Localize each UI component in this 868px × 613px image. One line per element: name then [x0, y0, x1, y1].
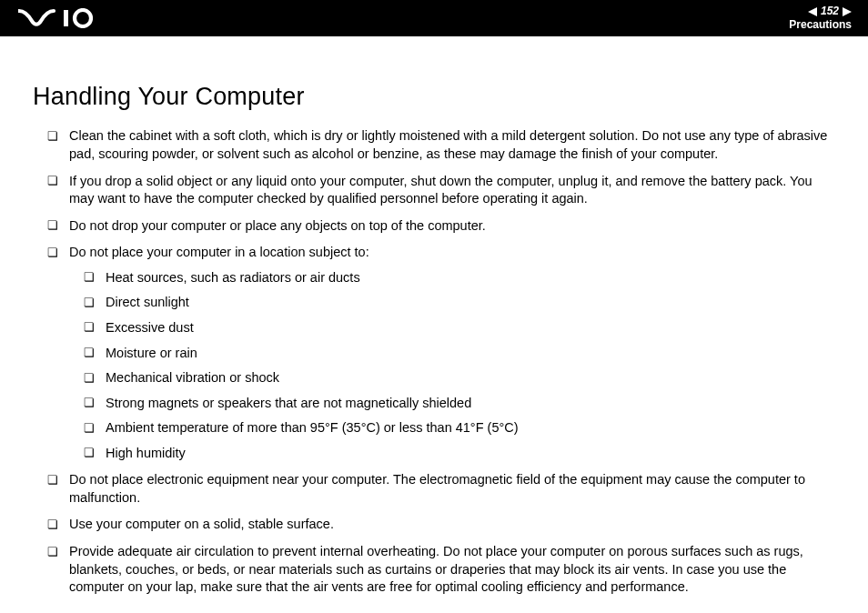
- svg-point-1: [75, 10, 91, 26]
- svg-rect-0: [64, 10, 68, 26]
- content: Handling Your Computer Clean the cabinet…: [0, 36, 868, 597]
- list-item: Ambient temperature of more than 95°F (3…: [84, 419, 835, 437]
- page-title: Handling Your Computer: [33, 80, 835, 113]
- list-item-text: Do not place your computer in a location…: [69, 245, 369, 259]
- list-item: High humidity: [84, 445, 835, 463]
- list-item: Direct sunlight: [84, 294, 835, 312]
- list-item: Clean the cabinet with a soft cloth, whi…: [47, 127, 835, 163]
- vaio-logo: [18, 8, 106, 28]
- section-name: Precautions: [789, 18, 852, 32]
- sub-list: Heat sources, such as radiators or air d…: [69, 269, 835, 463]
- list-item: Moisture or rain: [84, 345, 835, 363]
- list-item: Mechanical vibration or shock: [84, 369, 835, 387]
- list-item: Do not place your computer in a location…: [47, 244, 835, 462]
- list-item: Heat sources, such as radiators or air d…: [84, 269, 835, 287]
- list-item: If you drop a solid object or any liquid…: [47, 173, 835, 208]
- bullet-list: Clean the cabinet with a soft cloth, whi…: [33, 127, 835, 596]
- list-item: Use your computer on a solid, stable sur…: [47, 516, 835, 534]
- prev-page-icon[interactable]: [808, 7, 817, 16]
- list-item: Excessive dust: [84, 319, 835, 337]
- header-right: 152 Precautions: [789, 5, 852, 32]
- header-bar: 152 Precautions: [0, 0, 868, 36]
- page-number: 152: [821, 5, 839, 18]
- list-item: Do not place electronic equipment near y…: [47, 471, 835, 507]
- page-nav: 152: [789, 5, 852, 18]
- list-item: Strong magnets or speakers that are not …: [84, 395, 835, 413]
- next-page-icon[interactable]: [843, 7, 852, 16]
- list-item: Do not drop your computer or place any o…: [47, 217, 835, 236]
- list-item: Provide adequate air circulation to prev…: [47, 543, 835, 597]
